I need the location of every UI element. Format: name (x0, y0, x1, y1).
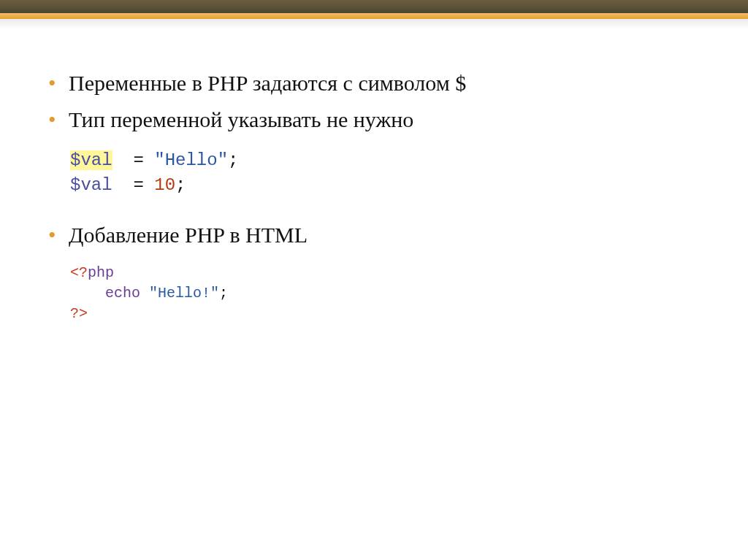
code-php-keyword: php (88, 264, 114, 281)
slide-content: Переменные в PHP задаются с символом $ Т… (9, 29, 739, 324)
top-decoration-band (0, 0, 748, 22)
code-semicolon: ; (175, 175, 186, 195)
code-php-open: <? (70, 264, 88, 281)
code-variable: $val (70, 150, 112, 170)
code-string: "Hello" (154, 150, 228, 170)
bullet-item: Добавление PHP в HTML (41, 219, 707, 251)
slide-body: Переменные в PHP задаются с символом $ Т… (9, 29, 739, 551)
bullet-text: Добавление PHP в HTML (69, 223, 308, 247)
bullet-item: Тип переменной указывать не нужно (41, 104, 707, 136)
bullet-text: Переменные в PHP задаются с символом $ (69, 71, 466, 95)
code-echo-keyword: echo (105, 285, 140, 302)
code-semicolon: ; (219, 285, 228, 302)
bullet-item: Переменные в PHP задаются с символом $ (41, 67, 707, 99)
code-operator: = (133, 175, 143, 195)
code-variable: $val (70, 175, 112, 195)
code-string: "Hello!" (149, 285, 219, 302)
bullet-text: Тип переменной указывать не нужно (69, 107, 413, 131)
code-operator: = (133, 150, 143, 170)
code-number: 10 (154, 175, 175, 195)
code-block-php-tag: <?php echo "Hello!"; ?> (70, 263, 707, 324)
code-semicolon: ; (228, 150, 238, 170)
bullet-list-2: Добавление PHP в HTML (41, 219, 707, 251)
code-block-variables: $val = "Hello"; $val = 10; (70, 148, 707, 197)
code-php-close: ?> (70, 305, 88, 322)
bullet-list-1: Переменные в PHP задаются с символом $ Т… (41, 67, 707, 135)
